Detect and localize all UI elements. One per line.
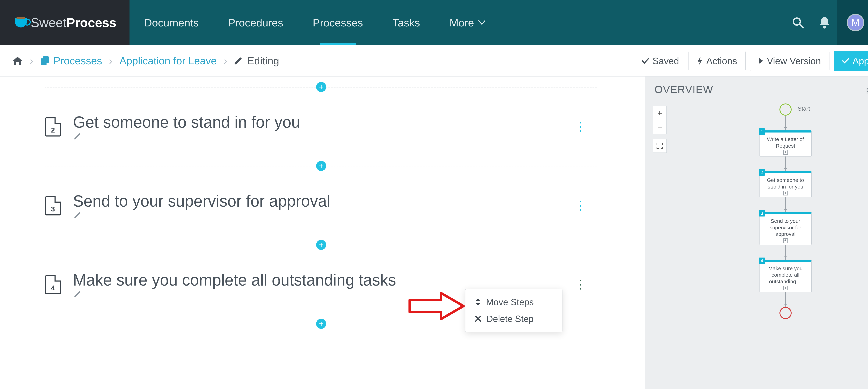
nav-label: Tasks: [393, 17, 420, 29]
logo-icon: [15, 18, 27, 27]
expand-node-icon[interactable]: +: [783, 239, 788, 243]
nav-label: Processes: [313, 17, 363, 29]
approve-button[interactable]: Approve: [834, 51, 868, 71]
bell-icon[interactable]: [819, 16, 830, 29]
overview-zoom: + −: [653, 106, 666, 153]
menu-move-steps[interactable]: Move Steps: [465, 294, 562, 310]
flow-node-label: Make sure you complete all outstanding .…: [768, 266, 803, 284]
nav-more[interactable]: More: [435, 0, 500, 45]
flow-start: [779, 104, 792, 116]
nav-tasks[interactable]: Tasks: [378, 0, 435, 45]
nav-items: Documents Procedures Processes Tasks Mor…: [129, 0, 500, 45]
nav-label: Documents: [144, 17, 199, 29]
logo-text-bold: Process: [66, 16, 117, 30]
main: + 2 Get someone to stand in for you ⋮ + …: [0, 77, 868, 389]
copy-icon: [40, 56, 49, 66]
overview-tools: print: [866, 85, 868, 94]
menu-label: Move Steps: [486, 297, 534, 307]
flow-start-label: Start: [798, 105, 810, 112]
nav-processes[interactable]: Processes: [298, 0, 378, 45]
saved-label: Saved: [652, 55, 679, 66]
view-version-button[interactable]: View Version: [750, 51, 830, 71]
plus-icon: +: [316, 82, 326, 92]
flow-node[interactable]: 4 Make sure you complete all outstanding…: [760, 260, 812, 292]
bolt-icon: [697, 56, 703, 65]
flow-node[interactable]: 2 Get someone to stand in for you +: [760, 171, 812, 197]
pencil-icon[interactable]: [73, 289, 401, 299]
breadcrumb-sep: ›: [224, 55, 227, 67]
step-context-menu: Move Steps Delete Step: [465, 289, 562, 332]
flow-node-label: Get someone to stand in for you: [767, 177, 804, 190]
flow-end: [779, 307, 792, 319]
breadcrumb-sep: ›: [109, 55, 113, 67]
add-step-divider[interactable]: +: [45, 234, 597, 255]
button-label: Approve: [852, 55, 868, 66]
flow-node-num: 2: [759, 169, 765, 176]
check-icon: [842, 58, 849, 64]
step-title-text: Get someone to stand in for you: [73, 113, 300, 131]
pencil-icon: [234, 57, 242, 65]
button-label: View Version: [767, 55, 821, 66]
flow-connector: [785, 116, 786, 131]
expand-node-icon[interactable]: +: [783, 286, 788, 290]
nav-label: More: [450, 17, 474, 29]
flow-node-num: 1: [759, 128, 765, 135]
flow-node-num: 4: [759, 257, 765, 264]
step-kebab-menu[interactable]: ⋮: [575, 198, 587, 213]
step-kebab-menu[interactable]: ⋮: [575, 119, 587, 134]
logo[interactable]: SweetProcess: [0, 0, 129, 45]
add-step-divider[interactable]: +: [45, 77, 597, 98]
step-title: Make sure you complete all outstanding t…: [73, 271, 401, 299]
actions-button[interactable]: Actions: [688, 51, 746, 71]
overview-header: OVERVIEW print: [645, 77, 868, 103]
expand-node-icon[interactable]: +: [783, 191, 788, 195]
avatar: M: [847, 14, 864, 31]
print-link[interactable]: print: [866, 85, 868, 94]
step-row[interactable]: 3 Send to your supervisor for approval ⋮: [45, 176, 597, 234]
step-kebab-menu[interactable]: ⋮: [575, 277, 587, 291]
breadcrumb: › Processes › Application for Leave › Ed…: [12, 55, 279, 67]
fullscreen-button[interactable]: [653, 139, 666, 153]
nav-documents[interactable]: Documents: [129, 0, 214, 45]
chevron-down-icon: [478, 20, 485, 25]
menu-label: Delete Step: [487, 313, 534, 324]
toolbar: Saved Actions View Version Approve: [642, 51, 868, 71]
add-step-divider[interactable]: +: [45, 156, 597, 176]
overview-panel: OVERVIEW print + − Start: [645, 77, 868, 389]
flow-node[interactable]: 1 Write a Letter of Request +: [760, 131, 812, 157]
user-menu[interactable]: M Meera: [837, 0, 868, 45]
overview-flowchart[interactable]: Start 1 Write a Letter of Request + 2 Ge…: [760, 104, 812, 319]
step-title-text: Make sure you complete all outstanding t…: [73, 271, 396, 289]
top-nav: SweetProcess Documents Procedures Proces…: [0, 0, 868, 45]
step-title: Send to your supervisor for approval: [73, 192, 336, 220]
step-number-icon: 4: [45, 275, 61, 295]
menu-delete-step[interactable]: Delete Step: [465, 310, 562, 327]
flow-node-num: 3: [759, 210, 765, 217]
step-row[interactable]: 2 Get someone to stand in for you ⋮: [45, 98, 597, 156]
zoom-out-button[interactable]: −: [653, 120, 666, 134]
breadcrumb-state-label: Editing: [247, 55, 279, 67]
breadcrumb-link[interactable]: Processes: [54, 55, 102, 67]
step-title-text: Send to your supervisor for approval: [73, 192, 330, 210]
breadcrumb-sep: ›: [30, 55, 33, 67]
home-icon[interactable]: [12, 56, 23, 66]
step-title: Get someone to stand in for you: [73, 113, 305, 141]
nav-label: Procedures: [228, 17, 283, 29]
svg-rect-4: [43, 56, 49, 63]
flow-node[interactable]: 3 Send to your supervisor for approval +: [760, 212, 812, 245]
expand-node-icon[interactable]: +: [783, 150, 788, 155]
nav-procedures[interactable]: Procedures: [213, 0, 298, 45]
close-icon: [475, 315, 481, 322]
play-icon: [758, 58, 764, 64]
flow-node-label: Send to your supervisor for approval: [770, 218, 801, 237]
zoom-in-button[interactable]: +: [653, 106, 666, 120]
saved-indicator: Saved: [642, 55, 679, 66]
search-icon[interactable]: [792, 16, 804, 29]
pencil-icon[interactable]: [73, 131, 305, 141]
pencil-icon[interactable]: [73, 210, 336, 220]
breadcrumb-document[interactable]: Application for Leave: [119, 55, 217, 67]
breadcrumb-processes[interactable]: Processes: [40, 55, 102, 67]
flow-connector: [785, 157, 786, 171]
overview-title: OVERVIEW: [654, 83, 713, 95]
plus-icon: +: [316, 319, 326, 329]
